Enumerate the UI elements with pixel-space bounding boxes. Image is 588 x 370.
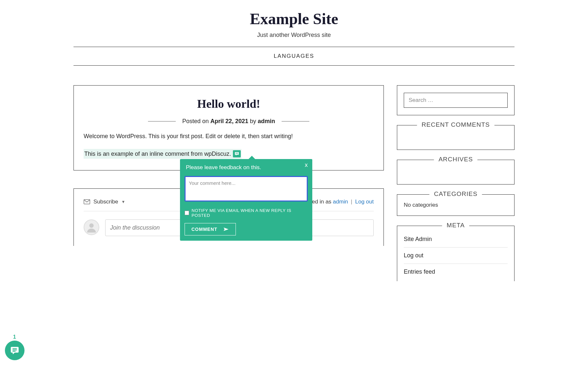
inline-comment-text: This is an example of an inline comment … (84, 151, 231, 157)
svg-rect-0 (235, 152, 239, 155)
logout-link[interactable]: Log out (355, 199, 374, 205)
post-meta-text: Posted on April 22, 2021 by admin (182, 118, 275, 125)
svg-point-4 (89, 223, 93, 228)
subscribe-label: Subscribe (93, 199, 118, 205)
sidebar: RECENT COMMENTS ARCHIVES CATEGORIES No c… (397, 85, 514, 291)
recent-comments-widget: RECENT COMMENTS (397, 125, 514, 150)
popup-prompt: Please leave feedback on this. (186, 164, 261, 170)
popup-header: Please leave feedback on this. x (180, 159, 312, 176)
comment-submit-button[interactable]: COMMENT (185, 223, 236, 235)
separator: | (349, 199, 354, 205)
feedback-popup: Please leave feedback on this. x NOTIFY … (180, 159, 312, 241)
post-author[interactable]: admin (258, 118, 275, 124)
login-user-link[interactable]: admin (333, 199, 348, 205)
widget-body-empty (404, 167, 508, 177)
envelope-icon (84, 199, 90, 204)
meta-widget: META Site Admin Log out Entries feed (397, 226, 514, 281)
post-title[interactable]: Hello world! (84, 97, 374, 111)
widget-title-recent-comments: RECENT COMMENTS (417, 121, 495, 128)
categories-widget: CATEGORIES No categories (397, 194, 514, 216)
meta-by: by (248, 118, 258, 124)
caret-down-icon: ▼ (122, 200, 125, 204)
widget-title-meta: META (442, 222, 469, 229)
main-content: Hello world! Posted on April 22, 2021 by… (74, 85, 384, 246)
post-meta: Posted on April 22, 2021 by admin (84, 118, 374, 125)
site-tagline: Just another WordPress site (74, 32, 514, 39)
meta-list: Site Admin Log out Entries feed (404, 233, 508, 280)
comment-textarea[interactable] (185, 176, 308, 201)
search-widget (397, 85, 514, 115)
widget-body-empty (404, 133, 508, 142)
submit-label: COMMENT (191, 227, 217, 232)
meta-link-entries-feed[interactable]: Entries feed (404, 264, 508, 280)
search-input[interactable] (404, 93, 508, 108)
subscribe-toggle[interactable]: Subscribe ▼ (84, 199, 125, 205)
widget-title-categories: CATEGORIES (429, 190, 482, 198)
site-header: Example Site Just another WordPress site… (74, 0, 514, 72)
notify-row: NOTIFY ME VIA EMAIL WHEN A NEW REPLY IS … (185, 208, 308, 218)
no-categories-text: No categories (404, 202, 508, 208)
nav-item-languages[interactable]: LANGUAGES (274, 53, 314, 59)
user-icon (86, 222, 97, 233)
meta-divider-left (148, 121, 176, 121)
site-title[interactable]: Example Site (74, 10, 514, 28)
main-nav: LANGUAGES (74, 47, 514, 66)
inline-comment: This is an example of an inline comment … (84, 149, 241, 159)
post-article: Hello world! Posted on April 22, 2021 by… (74, 85, 384, 170)
widget-title-archives: ARCHIVES (434, 156, 477, 163)
meta-divider-right (282, 121, 309, 121)
post-body: Welcome to WordPress. This is your first… (84, 132, 374, 141)
archives-widget: ARCHIVES (397, 160, 514, 185)
meta-prefix: Posted on (182, 118, 210, 124)
close-icon[interactable]: x (305, 162, 308, 169)
chat-icon[interactable] (233, 150, 241, 157)
notify-checkbox[interactable] (185, 211, 189, 215)
popup-body: NOTIFY ME VIA EMAIL WHEN A NEW REPLY IS … (180, 176, 312, 241)
meta-link-site-admin[interactable]: Site Admin (404, 233, 508, 248)
avatar (84, 219, 99, 235)
meta-link-logout[interactable]: Log out (404, 248, 508, 264)
post-date[interactable]: April 22, 2021 (210, 118, 248, 124)
send-icon (223, 227, 229, 232)
notify-label[interactable]: NOTIFY ME VIA EMAIL WHEN A NEW REPLY IS … (192, 208, 308, 218)
